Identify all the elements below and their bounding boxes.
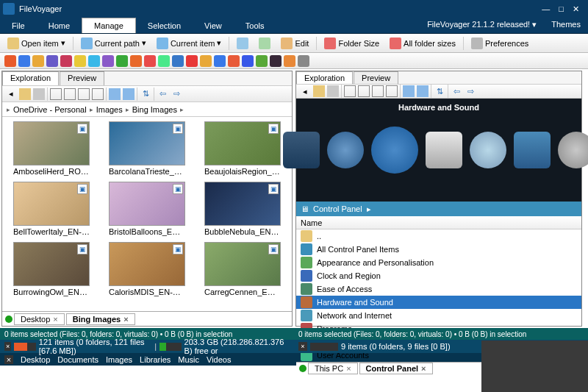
view-icon[interactable] [78, 88, 90, 100]
menu-view[interactable]: View [193, 18, 234, 33]
bottom-tab[interactable]: Bing Images× [66, 313, 135, 325]
list-item[interactable]: Hardware and Sound [296, 296, 581, 309]
breadcrumb-item[interactable]: OneDrive - Personal [13, 105, 87, 114]
fav-icon[interactable] [228, 55, 240, 67]
forward-icon[interactable]: ⇨ [465, 85, 476, 97]
tool-icon[interactable] [403, 85, 415, 97]
fav-icon[interactable] [200, 55, 212, 67]
fav-icon[interactable] [298, 55, 309, 67]
fav-icon[interactable] [46, 55, 58, 67]
menu-home[interactable]: Home [37, 18, 82, 33]
fav-icon[interactable] [88, 55, 100, 67]
cp-breadcrumb[interactable]: 🖥 Control Panel ▸ [296, 202, 581, 216]
list-item[interactable]: Clock and Region [296, 269, 581, 282]
view-icon[interactable] [386, 85, 398, 97]
menu-file[interactable]: File [0, 18, 37, 33]
fav-icon[interactable] [116, 55, 128, 67]
all-folder-sizes-button[interactable]: All folder sizes [387, 36, 459, 51]
tool-icon[interactable] [109, 88, 121, 100]
view-icon[interactable] [372, 85, 384, 97]
sort-icon[interactable]: ⇅ [140, 88, 151, 100]
view-icon[interactable] [64, 88, 76, 100]
list-item[interactable]: Network and Internet [296, 309, 581, 322]
breadcrumb-item[interactable]: Bing Images [132, 105, 177, 114]
tool-icon[interactable] [123, 88, 135, 100]
view-icon[interactable] [92, 88, 104, 100]
fav-icon[interactable] [256, 55, 268, 67]
fav-icon[interactable] [18, 55, 30, 67]
quick-link[interactable]: Videos [207, 355, 231, 364]
tab-exploration[interactable]: Exploration [296, 71, 353, 84]
fav-icon[interactable] [158, 55, 170, 67]
tool-icon[interactable] [33, 88, 45, 100]
bottom-tab[interactable]: This PC× [308, 363, 358, 374]
thumbnail[interactable]: ▣CarregCennen_EN-GB1... [198, 242, 287, 296]
close-icon[interactable]: × [4, 342, 11, 351]
quick-link[interactable]: Images [106, 355, 132, 364]
quick-link[interactable]: Libraries [140, 355, 171, 364]
folder-icon[interactable] [19, 88, 31, 100]
release-notice[interactable]: FileVoyager 21.1.2 released! ▾ [420, 18, 544, 33]
menu-selection[interactable]: Selection [136, 18, 193, 33]
list-header[interactable]: Name [296, 216, 581, 229]
menu-manage[interactable]: Manage [82, 18, 136, 33]
list-item-up[interactable]: .. [296, 229, 581, 243]
view-icon[interactable] [358, 85, 370, 97]
fav-icon[interactable] [4, 55, 16, 67]
open-item-button[interactable]: Open item ▾ [4, 36, 68, 51]
tool-icon[interactable] [417, 85, 429, 97]
quick-link[interactable]: Desktop [21, 355, 50, 364]
fav-icon[interactable] [270, 55, 282, 67]
nav-icon[interactable]: ◂ [5, 88, 17, 100]
back-icon[interactable]: ⇦ [157, 88, 168, 100]
preferences-button[interactable]: Preferences [468, 36, 531, 51]
bottom-tab[interactable]: Control Panel× [359, 363, 433, 374]
thumbnail[interactable]: ▣BubbleNebula_EN-GB8... [198, 182, 287, 236]
fav-icon[interactable] [172, 55, 184, 67]
maximize-button[interactable]: □ [559, 4, 564, 14]
quick-link[interactable]: Documents [57, 355, 98, 364]
breadcrumb-item[interactable]: Images [96, 105, 123, 114]
tool-icon-2[interactable] [256, 36, 273, 51]
fav-icon[interactable] [186, 55, 198, 67]
thumbnail[interactable]: ▣AmboseliHerd_ROW65... [7, 121, 96, 176]
fav-icon[interactable] [144, 55, 156, 67]
themes-menu[interactable]: Themes [544, 18, 588, 33]
back-icon[interactable]: ⇦ [451, 85, 462, 97]
close-button[interactable]: ✕ [573, 4, 579, 14]
thumbnail-grid[interactable]: ▣AmboseliHerd_ROW65...▣BarcolanaTrieste_… [2, 117, 292, 311]
fav-icon[interactable] [60, 55, 72, 67]
menu-tools[interactable]: Tools [234, 18, 276, 33]
quick-link[interactable]: Music [178, 355, 199, 364]
bottom-tab[interactable]: Desktop× [14, 313, 65, 325]
current-item-button[interactable]: Current item ▾ [154, 36, 225, 51]
view-icon[interactable] [50, 88, 62, 100]
fav-icon[interactable] [74, 55, 86, 67]
fav-icon[interactable] [242, 55, 254, 67]
thumbnail[interactable]: ▣BurrowingOwl_EN-GB8... [7, 242, 96, 296]
fav-icon[interactable] [102, 55, 114, 67]
nav-icon[interactable]: ◂ [299, 85, 311, 97]
close-icon[interactable]: × [298, 342, 307, 351]
tool-icon[interactable] [327, 85, 339, 97]
fav-icon[interactable] [284, 55, 295, 67]
sort-icon[interactable]: ⇅ [434, 85, 445, 97]
thumbnail[interactable]: ▣BellTowerItaly_EN-GB73... [7, 182, 96, 236]
fav-icon[interactable] [214, 55, 226, 67]
breadcrumb-item[interactable]: Control Panel [313, 204, 362, 213]
list-item[interactable]: Appearance and Personalisation [296, 256, 581, 269]
edit-button[interactable]: Edit [278, 36, 312, 51]
tool-icon-1[interactable] [234, 36, 251, 51]
thumbnail[interactable]: ▣CalorisMDIS_EN-GB781... [102, 242, 192, 296]
current-path-button[interactable]: Current path ▾ [78, 36, 149, 51]
thumbnail[interactable]: ▣BeaujolaisRegion_EN-G... [198, 121, 287, 176]
thumbnail[interactable]: ▣BarcolanaTrieste_EN-G... [102, 121, 192, 176]
tab-preview[interactable]: Preview [354, 71, 398, 84]
close-icon[interactable]: × [4, 355, 13, 364]
list-item[interactable]: All Control Panel Items [296, 243, 581, 256]
view-icon[interactable] [344, 85, 356, 97]
minimize-button[interactable]: — [542, 4, 550, 14]
breadcrumb[interactable]: ▸ OneDrive - Personal ▸ Images ▸ Bing Im… [2, 102, 292, 117]
folder-icon[interactable] [313, 85, 325, 97]
list-item[interactable]: Ease of Access [296, 282, 581, 296]
